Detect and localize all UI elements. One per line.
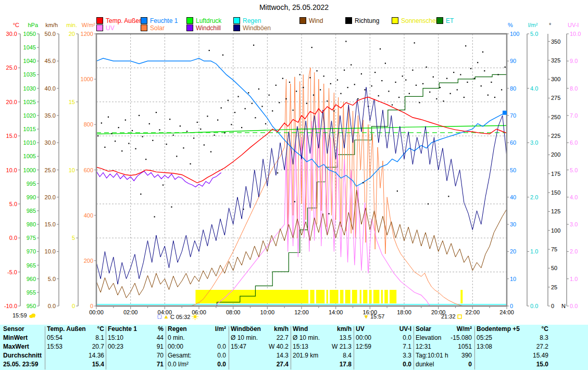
svg-text:7.0: 7.0 — [570, 112, 578, 119]
sensor-unit: l/m² — [215, 325, 226, 334]
cell-time: 12:59 — [356, 342, 371, 351]
svg-text:15.0: 15.0 — [45, 221, 56, 227]
svg-text:20.0: 20.0 — [45, 194, 56, 200]
table-column-separator — [45, 326, 45, 369]
moon-time: 15:57 — [370, 313, 385, 320]
table-group-uv: UVUV-I00:000.012:597.13.30.0 — [356, 325, 411, 370]
table-group-wind: Windkm/hØ 10 min.13.515:13W 21.3201.9 km… — [293, 325, 352, 370]
table-group-solar: SolarW/m²Elevation-15.08012:311051Tag:10… — [416, 325, 472, 370]
table-column-separator — [474, 326, 475, 369]
table-row: 00:000.0 — [356, 334, 411, 342]
svg-text:20: 20 — [69, 31, 75, 37]
series-windchill — [96, 171, 221, 187]
svg-text:-10.0: -10.0 — [4, 303, 17, 309]
svg-text:40: 40 — [510, 194, 516, 200]
table-column-separator — [106, 326, 106, 369]
table-column-separator — [291, 326, 291, 369]
table-row: 70 — [108, 351, 164, 360]
svg-text:1020: 1020 — [23, 112, 36, 119]
svg-text:985: 985 — [27, 208, 36, 214]
cell-value: 15.0 — [536, 360, 548, 369]
table-group-temp-au-en: Temp. Außen°C05:548.115:5320.714.3615.4 — [47, 325, 104, 370]
svg-text:2.0: 2.0 — [570, 248, 578, 254]
svg-text:1000: 1000 — [81, 76, 93, 82]
svg-text:45.0: 45.0 — [45, 58, 56, 64]
svg-text:4.0: 4.0 — [570, 194, 578, 200]
sensor-name: Feuchte 1 — [108, 325, 137, 334]
svg-text:200: 200 — [84, 258, 93, 264]
svg-text:400: 400 — [84, 212, 93, 219]
svg-text:4.0: 4.0 — [530, 85, 538, 92]
cell-value: 0.0 — [403, 334, 411, 342]
svg-text:1005: 1005 — [23, 153, 36, 159]
table-row: 12:597.1 — [356, 342, 411, 351]
cell-value: 13.5 — [340, 334, 352, 342]
svg-text:70: 70 — [510, 112, 516, 119]
table-group-bodentemp-5: Bodentemp +5°C05:258.313:0827.215.4915.0 — [477, 325, 548, 370]
sensor-name: Temp. Außen — [47, 325, 86, 334]
sunset-time: 21:32 — [441, 313, 456, 320]
svg-text:600: 600 — [84, 167, 93, 173]
svg-text:0: 0 — [72, 303, 75, 309]
cloud-icon — [29, 313, 36, 318]
svg-text:965: 965 — [27, 262, 36, 269]
svg-text:30.0: 30.0 — [6, 31, 17, 37]
sunset-square-icon — [457, 314, 462, 319]
svg-text:50.0: 50.0 — [45, 31, 56, 37]
svg-text:150: 150 — [551, 189, 560, 196]
svg-text:225: 225 — [551, 133, 560, 139]
series-et — [215, 74, 507, 306]
svg-text:1000: 1000 — [23, 167, 36, 173]
table-row: Ø 10 min.22.7 — [231, 334, 289, 342]
last-record-time: 15:59 — [12, 312, 27, 318]
svg-text:25.0: 25.0 — [6, 65, 17, 71]
row-label: 25.05. 23:59 — [3, 360, 38, 369]
svg-text:W/m²: W/m² — [82, 22, 96, 28]
svg-text:3.0: 3.0 — [530, 139, 538, 146]
row-label: Sensor — [3, 325, 24, 334]
svg-text:9.0: 9.0 — [570, 58, 578, 64]
table-row: 0.0 l/m²0.0 — [168, 360, 226, 369]
axis-deg: °0N2550751001251501752002252502753003253… — [548, 22, 566, 309]
svg-text:km/h: km/h — [45, 22, 58, 28]
svg-text:995: 995 — [27, 181, 36, 187]
cell-value: 0.0 — [403, 360, 411, 369]
table-row: 14.36 — [47, 351, 104, 360]
sensor-unit: UV-I — [399, 325, 411, 334]
axis-hpa: hPa9509559609659709759809859909951000100… — [23, 22, 39, 309]
svg-text:°C: °C — [13, 22, 19, 28]
svg-text:40.0: 40.0 — [45, 85, 56, 92]
svg-text:20.0: 20.0 — [6, 99, 17, 105]
svg-text:18:00: 18:00 — [397, 309, 411, 315]
svg-text:l/m²: l/m² — [528, 22, 538, 28]
svg-text:30.0: 30.0 — [45, 139, 56, 146]
sun-icon — [192, 313, 198, 320]
svg-text:90: 90 — [510, 58, 516, 64]
svg-text:0.0: 0.0 — [530, 303, 538, 309]
cell-value: 0.0 — [217, 342, 226, 351]
svg-text:hPa: hPa — [28, 22, 38, 28]
cell-value: 22.7 — [277, 334, 289, 342]
table-column-separator — [166, 326, 166, 369]
table-row-labels-column: SensorMinWertMaxWertDurchschnitt25.05. 2… — [3, 325, 45, 370]
cell-value: 17.8 — [340, 360, 352, 369]
svg-text:1200: 1200 — [81, 31, 93, 37]
axis-wm2: W/m²020040060080010001200 — [81, 22, 96, 309]
table-row: 12:311051 — [416, 342, 472, 351]
svg-text:N: N — [561, 303, 566, 309]
row-label: MinWert — [3, 334, 28, 342]
svg-text:5.0: 5.0 — [530, 31, 538, 37]
svg-text:1015: 1015 — [23, 126, 36, 132]
svg-text:min.: min. — [66, 22, 77, 28]
svg-text:10: 10 — [69, 167, 75, 173]
svg-text:5.0: 5.0 — [9, 201, 17, 207]
cell-value: 20.7 — [92, 342, 104, 351]
cell-value: 8.3 — [540, 334, 548, 342]
svg-text:980: 980 — [27, 221, 36, 227]
cell-time: 15:53 — [47, 342, 62, 351]
sunrise-arrow-icon: ▲ — [164, 314, 169, 320]
svg-text:25.0: 25.0 — [45, 167, 56, 173]
svg-text:35.0: 35.0 — [45, 112, 56, 119]
table-row: Tag:10:01 h390 — [416, 351, 472, 360]
sensor-unit: °C — [542, 325, 548, 334]
